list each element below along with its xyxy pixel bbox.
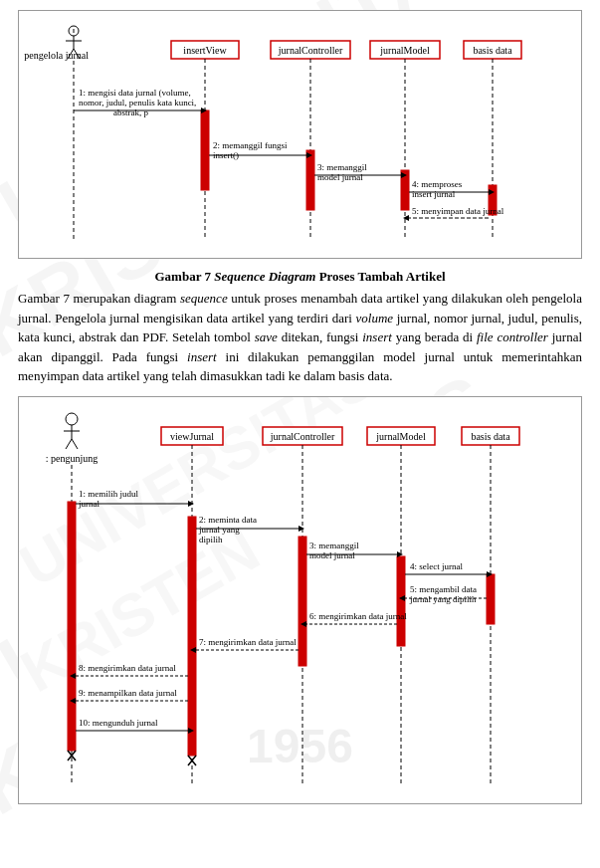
svg-rect-46 [397, 556, 405, 646]
d2-msg-2b: model jurnal [309, 550, 355, 560]
msg-label-0: 1: mengisi data jurnal (volume, [79, 88, 191, 98]
msg-label-2: 3: memanggil [317, 162, 367, 172]
page-content: : pengelola jurnal insertView jurnalCont… [18, 10, 582, 804]
d2-actor-label-2: jurnalController [270, 431, 335, 442]
msg-label-3b: insert jurnal [412, 189, 456, 199]
svg-rect-43 [68, 502, 76, 751]
d2-actor-label-0: : pengunjung [46, 453, 99, 464]
caption-label: Gambar 7 [154, 269, 210, 284]
d2-msg-9: 10: mengunduh jurnal [79, 718, 158, 728]
actor-label-4: basis data [473, 45, 512, 56]
msg-label-0b: nomor, judul, penulis kata kunci, [79, 98, 196, 108]
msg-label-3: 4: memproses [412, 179, 463, 189]
d2-msg-7: 8: mengirimkan data jurnal [79, 663, 176, 673]
d2-actor-label-3: jurnalModel [375, 431, 426, 442]
svg-marker-49 [188, 501, 194, 507]
d2-msg-8: 9: menampilkan data jurnal [79, 688, 177, 698]
svg-marker-28 [403, 215, 409, 221]
svg-line-32 [66, 439, 72, 449]
d2-msg-4b: jurnal yang dipilih [409, 594, 477, 604]
diagram2-svg: : pengunjung viewJurnal jurnalController… [24, 407, 582, 795]
actor-label-0: : pengelola jurnal [24, 50, 89, 61]
diagram2-box: 1956 UNIVERSITAS KRISTEN : pengunjung vi… [18, 396, 582, 804]
d2-msg-0b: jurnal [78, 499, 100, 509]
d2-msg-1: 2: meminta data [199, 515, 257, 525]
d2-actor-label-4: basis data [471, 431, 510, 442]
d2-msg-1c: dipilih [199, 535, 223, 544]
diagram1-box: : pengelola jurnal insertView jurnalCont… [18, 10, 582, 259]
msg-label-1: 2: memanggil fungsi [213, 140, 288, 150]
d2-msg-2: 3: memanggil [309, 541, 359, 550]
svg-marker-51 [299, 526, 304, 532]
d2-msg-4: 5: mengambil data [410, 584, 477, 594]
svg-rect-44 [188, 517, 196, 756]
svg-rect-15 [201, 110, 209, 190]
caption-title: Sequence Diagram [214, 269, 315, 284]
d2-actor-label-1: viewJurnal [170, 431, 214, 442]
msg-label-0c: abstrak, p [113, 108, 148, 117]
d2-msg-0: 1: memilih judul [79, 489, 138, 499]
actor-label-3: jurnalModel [379, 45, 430, 56]
msg-label-4: 5: menyimpan data jurnal [412, 206, 504, 216]
msg-label-1b: insert() [213, 150, 239, 160]
svg-rect-47 [487, 574, 495, 624]
d2-msg-5: 6: mengirimkan data jurnal [309, 611, 407, 621]
d2-msg-3: 4: select jurnal [410, 561, 463, 571]
msg-label-2b: model jurnal [317, 172, 363, 182]
svg-rect-45 [299, 537, 306, 666]
diagram1-caption: Gambar 7 Sequence Diagram Proses Tambah … [18, 269, 582, 285]
svg-line-33 [72, 439, 78, 449]
actor-label-2: jurnalController [278, 45, 343, 56]
caption-rest: Proses Tambah Artikel [319, 269, 446, 284]
body-text: Gambar 7 merupakan diagram sequence untu… [18, 289, 582, 386]
actor-label-1: insertView [183, 45, 227, 56]
diagram1-svg: : pengelola jurnal insertView jurnalCont… [24, 21, 586, 250]
d2-msg-6: 7: mengirimkan data jurnal [199, 637, 297, 647]
d2-msg-1b: jurnal yang [198, 525, 240, 535]
svg-rect-16 [306, 150, 314, 210]
svg-point-29 [66, 413, 78, 425]
